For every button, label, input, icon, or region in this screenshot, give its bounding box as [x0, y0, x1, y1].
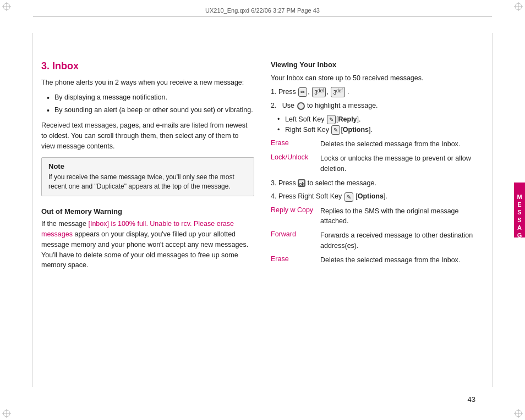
left-margin-line	[32, 33, 32, 387]
left-column: 3. Inbox The phone alerts you in 2 ways …	[41, 27, 254, 393]
memory-text-before: If the message	[41, 220, 88, 228]
options-table-1: Erase Deletes the selected message from …	[271, 139, 484, 173]
option-row-replycopy: Reply w Copy Replies to the SMS with the…	[271, 206, 484, 226]
option-label-lockunlock: Lock/Unlock	[271, 153, 320, 173]
reg-mark-bl	[2, 409, 11, 418]
option-row-lockunlock: Lock/Unlock Locks or unlocks the message…	[271, 153, 484, 173]
option-row-erase-2: Erase Deletes the selected message from …	[271, 255, 484, 265]
option-label-forward: Forward	[271, 230, 320, 250]
option-label-erase-2: Erase	[271, 255, 320, 265]
step2-text: 1. Press ✏, 3def, 3def .	[271, 87, 484, 97]
key-icon-3def1: 3def	[312, 87, 326, 97]
step4-text: 3. Press ok to select the message.	[271, 178, 484, 189]
main-content: 3. Inbox The phone alerts you in 2 ways …	[41, 27, 484, 393]
note-text: If you receive the same message twice, y…	[48, 173, 247, 192]
reg-mark-tl	[2, 2, 11, 11]
bullet-1: By displaying a message notification.	[47, 92, 254, 103]
step1-text: Your Inbox can store up to 50 received m…	[271, 73, 484, 84]
option-label-replycopy: Reply w Copy	[271, 206, 320, 226]
feature-bullets: By displaying a message notification. By…	[47, 92, 254, 115]
options-table-2: Reply w Copy Replies to the SMS with the…	[271, 206, 484, 265]
option-desc-replycopy: Replies to the SMS with the original mes…	[320, 206, 484, 226]
option-row-forward: Forward Forwards a received message to o…	[271, 230, 484, 250]
header-text: UX210_Eng.qxd 6/22/06 3:27 PM Page 43	[205, 7, 320, 14]
bullet-2: By sounding an alert (a beep or other so…	[47, 105, 254, 115]
right-soft-key-icon-2: ✎	[344, 192, 353, 202]
reg-mark-br	[514, 409, 523, 418]
option-desc-forward: Forwards a received message to other des…	[320, 230, 484, 250]
right-soft-key-item: Right Soft Key ✎[Options].	[277, 125, 484, 135]
option-row-erase-1: Erase Deletes the selected message from …	[271, 139, 484, 149]
note-box: Note If you receive the same message twi…	[41, 157, 254, 197]
note-title: Note	[48, 162, 247, 170]
left-soft-key-item: Left Soft Key ✎[Reply].	[277, 114, 484, 125]
key-icon-3def2: 3def	[331, 87, 344, 97]
step3-text: 2. Use to highlight a message.	[271, 101, 484, 111]
right-margin-line	[493, 33, 493, 387]
section-title: 3. Inbox	[41, 60, 254, 72]
ok-key-icon: ok	[298, 179, 305, 187]
memory-text: If the message [Inbox] is 100% full. Una…	[41, 219, 254, 270]
reg-mark-tr	[514, 2, 523, 11]
step2-prefix: 1. Press	[271, 88, 298, 96]
memory-text-after: appears on your display, you've filled u…	[41, 230, 248, 269]
page-number: 43	[468, 395, 475, 404]
messages-tab: MESSAGES	[514, 183, 525, 237]
header-bar: UX210_Eng.qxd 6/22/06 3:27 PM Page 43	[33, 4, 492, 16]
step5-text: 4. Press Right Soft Key ✎ [Options].	[271, 191, 484, 202]
key-icon-menu: ✏	[298, 87, 307, 97]
option-desc-erase-2: Deletes the selected message from the In…	[320, 255, 484, 265]
memory-warning-title: Out of Memory Warning	[41, 207, 254, 215]
right-soft-key-icon: ✎	[331, 125, 340, 135]
key-options-list: Left Soft Key ✎[Reply]. Right Soft Key ✎…	[277, 114, 484, 135]
option-desc-lockunlock: Locks or unlocks the message to prevent …	[320, 153, 484, 173]
intro-text: The phone alerts you in 2 ways when you …	[41, 78, 254, 88]
left-soft-key-icon: ✎	[327, 115, 336, 124]
body-text-2: Received text messages, pages, and e-mai…	[41, 120, 254, 151]
nav-icon-highlight	[297, 102, 305, 110]
option-label-erase-1: Erase	[271, 139, 320, 149]
option-desc-erase-1: Deletes the selected message from the In…	[320, 139, 484, 149]
right-section-title: Viewing Your Inbox	[271, 60, 484, 69]
right-column: Viewing Your Inbox Your Inbox can store …	[271, 27, 484, 393]
